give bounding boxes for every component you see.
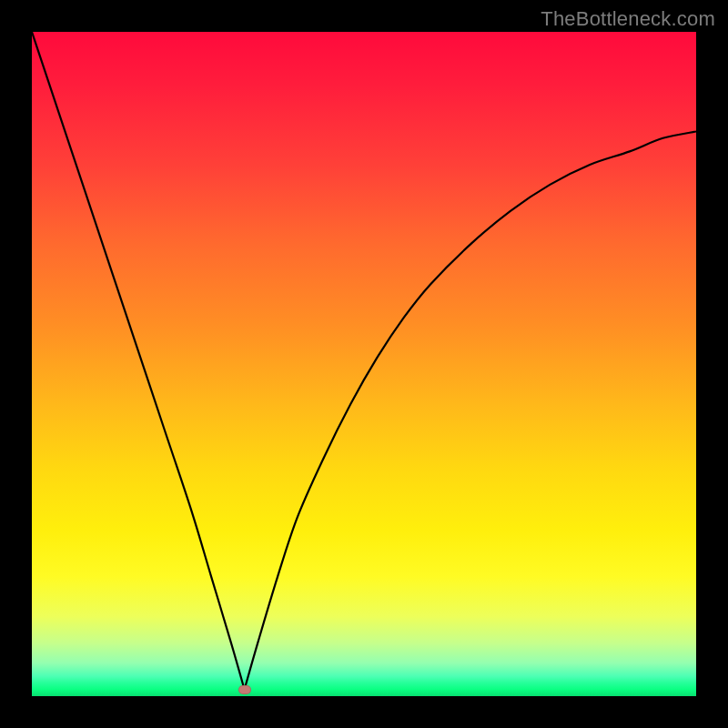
bottleneck-curve bbox=[32, 32, 696, 696]
chart-frame: TheBottleneck.com bbox=[0, 0, 728, 728]
plot-area bbox=[32, 32, 696, 696]
curve-path bbox=[32, 32, 696, 690]
watermark-text: TheBottleneck.com bbox=[541, 7, 715, 31]
optimal-point-marker bbox=[238, 685, 251, 694]
